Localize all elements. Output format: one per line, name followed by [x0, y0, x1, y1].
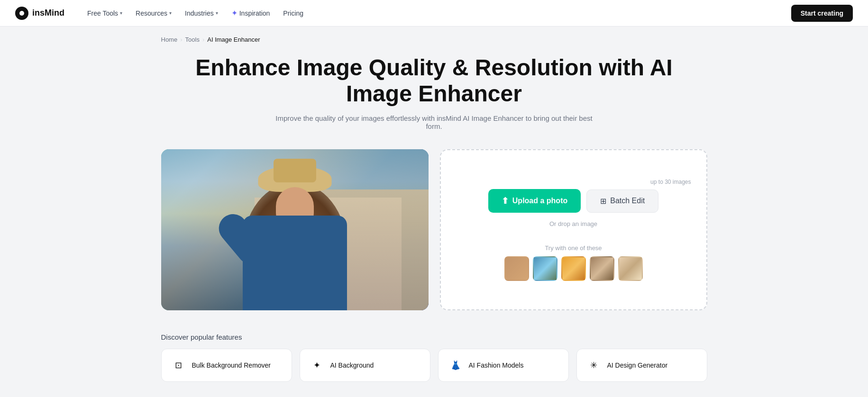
features-grid: ⊡ Bulk Background Remover ✦ AI Backgroun… — [161, 349, 707, 382]
drop-text: Or drop an image — [549, 220, 597, 227]
try-section: Try with one of these — [504, 244, 643, 281]
chevron-icon: ▾ — [216, 10, 218, 16]
nav-industries[interactable]: Industries ▾ — [179, 6, 224, 21]
body-sweater — [243, 216, 347, 310]
hat-crown — [274, 159, 316, 182]
main-content: Home › Tools › AI Image Enhancer Enhance… — [150, 27, 719, 382]
sample-thumb-3[interactable] — [561, 256, 586, 281]
breadcrumb-home[interactable]: Home — [161, 36, 178, 43]
nav-links: Free Tools ▾ Resources ▾ Industries ▾ ✦ … — [82, 5, 791, 21]
hero-subtitle: Improve the quality of your images effor… — [268, 114, 600, 130]
ai-fashion-icon: 👗 — [448, 358, 463, 373]
nav-resources[interactable]: Resources ▾ — [130, 6, 177, 21]
upload-buttons: ⬆ Upload a photo ⊞ Batch Edit — [488, 189, 658, 213]
upload-limit-label: up to 30 images — [650, 179, 691, 185]
sample-images — [504, 256, 643, 281]
ai-design-icon: ✳ — [586, 358, 602, 373]
content-area: up to 30 images ⬆ Upload a photo ⊞ Batch… — [161, 149, 707, 310]
start-creating-button[interactable]: Start creating — [791, 5, 853, 22]
nav-free-tools[interactable]: Free Tools ▾ — [82, 6, 128, 21]
upload-panel: up to 30 images ⬆ Upload a photo ⊞ Batch… — [440, 149, 707, 310]
feature-ai-design-generator[interactable]: ✳ AI Design Generator — [576, 349, 707, 382]
nav-inspiration[interactable]: ✦ Inspiration — [226, 5, 276, 21]
features-label: Discover popular features — [161, 333, 707, 341]
feature-label: AI Design Generator — [607, 361, 668, 369]
sample-thumb-2[interactable] — [533, 256, 557, 281]
feature-label: AI Background — [330, 361, 374, 369]
logo-icon — [15, 7, 28, 20]
logo[interactable]: insMind — [15, 7, 64, 20]
sample-thumb-4[interactable] — [590, 256, 614, 281]
bulk-bg-remover-icon: ⊡ — [171, 358, 186, 373]
logo-text: insMind — [32, 8, 64, 18]
try-label: Try with one of these — [504, 244, 643, 252]
breadcrumb-sep-1: › — [180, 36, 182, 43]
feature-label: AI Fashion Models — [469, 361, 524, 369]
ai-background-icon: ✦ — [310, 358, 325, 373]
breadcrumb-tools[interactable]: Tools — [185, 36, 200, 43]
chevron-icon: ▾ — [169, 10, 172, 16]
page-title: Enhance Image Quality & Resolution with … — [161, 54, 707, 107]
batch-edit-button[interactable]: ⊞ Batch Edit — [586, 189, 658, 213]
breadcrumb: Home › Tools › AI Image Enhancer — [161, 27, 707, 54]
navbar: insMind Free Tools ▾ Resources ▾ Industr… — [0, 0, 868, 27]
feature-ai-fashion-models[interactable]: 👗 AI Fashion Models — [438, 349, 569, 382]
nav-pricing[interactable]: Pricing — [277, 6, 309, 21]
layers-icon: ⊞ — [600, 197, 606, 206]
upload-photo-button[interactable]: ⬆ Upload a photo — [488, 189, 581, 213]
hero-image — [161, 149, 429, 310]
chevron-icon: ▾ — [120, 10, 122, 16]
sample-thumb-5[interactable] — [618, 256, 643, 281]
feature-label: Bulk Background Remover — [192, 361, 271, 369]
feature-bulk-bg-remover[interactable]: ⊡ Bulk Background Remover — [161, 349, 292, 382]
breadcrumb-current: AI Image Enhancer — [207, 36, 260, 43]
nav-end: Start creating — [791, 5, 853, 22]
upload-icon: ⬆ — [502, 196, 509, 206]
spark-icon: ✦ — [231, 9, 238, 18]
feature-ai-background[interactable]: ✦ AI Background — [300, 349, 430, 382]
sample-thumb-1[interactable] — [504, 256, 529, 281]
breadcrumb-sep-2: › — [202, 36, 204, 43]
